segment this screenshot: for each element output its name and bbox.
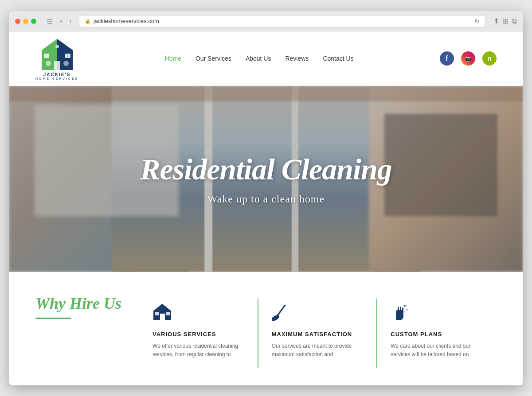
svg-rect-5 bbox=[54, 61, 60, 70]
why-cards: VARIOUS SERVICES We offer various reside… bbox=[139, 294, 497, 368]
share-button[interactable]: ⬆ bbox=[493, 17, 499, 25]
nav-contact-us[interactable]: Contact Us bbox=[323, 55, 353, 62]
svg-rect-6 bbox=[44, 54, 49, 58]
sparkle-hand-icon: ✦ ✦ ✦ bbox=[391, 303, 483, 325]
card-1-title: VARIOUS SERVICES bbox=[153, 331, 245, 338]
nextdoor-icon[interactable]: n bbox=[482, 51, 497, 66]
show-all-tabs-button[interactable]: ⧉ bbox=[512, 17, 517, 25]
svg-text:✦: ✦ bbox=[404, 311, 406, 313]
address-bar[interactable]: 🔒 jackieshomeservices.com ↻ bbox=[79, 15, 485, 27]
why-left-panel: Why Hire Us bbox=[35, 294, 139, 319]
svg-point-10 bbox=[55, 45, 59, 48]
browser-navigation: ⊞ ‹ › bbox=[44, 16, 74, 26]
browser-action-buttons: ⬆ ⊞ ⧉ bbox=[493, 17, 517, 25]
card-1-desc: We offer various residential cleaning se… bbox=[153, 342, 245, 359]
logo-area: JACKIE'S HOME SERVICES bbox=[35, 37, 78, 80]
svg-rect-14 bbox=[155, 312, 159, 315]
house-icon bbox=[153, 303, 245, 325]
reload-icon: ↻ bbox=[474, 18, 480, 25]
lock-icon: 🔒 bbox=[85, 18, 91, 24]
hero-section: Residential Cleaning Wake up to a clean … bbox=[9, 86, 523, 272]
hero-subtitle: Wake up to a clean home bbox=[140, 193, 392, 205]
instagram-icon[interactable]: 📷 bbox=[461, 51, 475, 66]
hero-content: Residential Cleaning Wake up to a clean … bbox=[140, 153, 392, 205]
why-title: Why Hire Us bbox=[35, 294, 121, 313]
hero-title: Residential Cleaning bbox=[140, 153, 392, 186]
browser-window: ⊞ ‹ › 🔒 jackieshomeservices.com ↻ ⬆ ⊞ ⧉ bbox=[9, 11, 523, 385]
nav-reviews[interactable]: Reviews bbox=[285, 55, 309, 62]
social-icons: f 📷 n bbox=[440, 51, 497, 66]
nav-home[interactable]: Home bbox=[165, 55, 181, 62]
maximize-button[interactable] bbox=[31, 19, 36, 24]
svg-marker-2 bbox=[57, 39, 73, 50]
nav-about-us[interactable]: About Us bbox=[246, 55, 271, 62]
svg-text:✦: ✦ bbox=[403, 303, 407, 308]
svg-rect-13 bbox=[160, 314, 165, 320]
card-2-desc: Our services are meant to provide maximu… bbox=[272, 342, 364, 359]
why-section: Why Hire Us VARIOUS SERV bbox=[9, 272, 523, 385]
browser-chrome: ⊞ ‹ › 🔒 jackieshomeservices.com ↻ ⬆ ⊞ ⧉ bbox=[9, 11, 523, 31]
svg-rect-15 bbox=[166, 312, 170, 315]
new-tab-button[interactable]: ⊞ bbox=[503, 17, 509, 25]
svg-marker-12 bbox=[153, 304, 171, 311]
broom-icon bbox=[272, 303, 364, 325]
card-3-title: CUSTOM PLANS bbox=[391, 331, 483, 338]
window-controls bbox=[15, 19, 36, 24]
card-3-desc: We care about our clients and our servic… bbox=[391, 342, 483, 359]
card-maximum-satisfaction: MAXIMUM SATISFACTION Our services are me… bbox=[258, 294, 378, 368]
svg-rect-7 bbox=[65, 54, 70, 58]
site-navigation: Home Our Services About Us Reviews Conta… bbox=[165, 55, 354, 62]
close-button[interactable] bbox=[15, 19, 20, 24]
card-various-services: VARIOUS SERVICES We offer various reside… bbox=[139, 294, 258, 368]
svg-text:✦: ✦ bbox=[406, 308, 408, 311]
website-content: JACKIE'S HOME SERVICES Home Our Services… bbox=[9, 31, 523, 385]
svg-point-17 bbox=[272, 314, 280, 320]
minimize-button[interactable] bbox=[23, 19, 28, 24]
logo-image bbox=[39, 37, 75, 72]
facebook-icon[interactable]: f bbox=[440, 51, 454, 66]
back-button[interactable]: ‹ bbox=[57, 16, 65, 26]
forward-button[interactable]: › bbox=[66, 16, 74, 26]
sidebar-icon[interactable]: ⊞ bbox=[44, 16, 55, 26]
svg-point-9 bbox=[63, 61, 69, 66]
logo-name: JACKIE'S HOME SERVICES bbox=[35, 72, 78, 80]
svg-marker-1 bbox=[42, 39, 57, 50]
nav-our-services[interactable]: Our Services bbox=[196, 55, 231, 62]
url-text: jackieshomeservices.com bbox=[94, 18, 159, 24]
card-2-title: MAXIMUM SATISFACTION bbox=[272, 331, 364, 338]
card-custom-plans: ✦ ✦ ✦ CUSTOM PLANS We care about our cli… bbox=[377, 294, 497, 368]
svg-point-8 bbox=[46, 61, 51, 66]
site-header: JACKIE'S HOME SERVICES Home Our Services… bbox=[9, 31, 523, 86]
why-underline bbox=[35, 318, 71, 319]
